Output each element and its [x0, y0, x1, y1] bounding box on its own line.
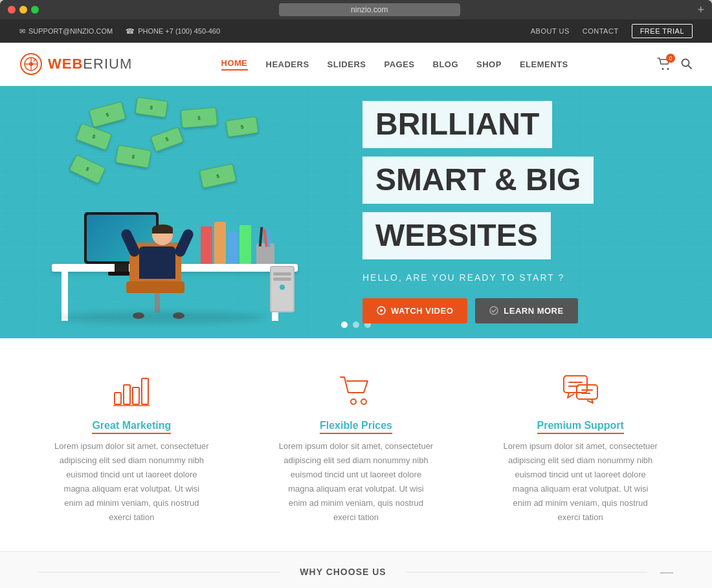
- browser-window-controls: [8, 6, 39, 14]
- feature-support-title: Premium Support: [537, 420, 624, 431]
- svg-point-17: [351, 399, 356, 404]
- money-bill-3: [181, 107, 217, 129]
- pencil-holder: [256, 243, 274, 264]
- tower-drive-2: [273, 278, 291, 281]
- free-trial-button[interactable]: FREE TRIAL: [632, 24, 693, 38]
- money-bill-4: [76, 123, 112, 150]
- browser-window: ninzio.com +: [0, 0, 712, 19]
- cart-icon-wrap[interactable]: 0: [657, 58, 671, 71]
- person-head: [152, 224, 173, 245]
- search-icon[interactable]: [681, 58, 693, 70]
- topbar: ✉ SUPPORT@NINZIO.COM ☎ PHONE +7 (100) 45…: [0, 19, 712, 43]
- computer-tower: [270, 266, 295, 312]
- logo-text: WEBERIUM: [48, 56, 132, 72]
- topbar-email: ✉ SUPPORT@NINZIO.COM: [19, 27, 113, 36]
- nav-blog[interactable]: BLOG: [433, 60, 459, 69]
- money-bill-5: [150, 127, 184, 152]
- svg-line-8: [688, 65, 691, 69]
- check-circle-icon: [489, 306, 498, 315]
- feature-prices-title: Flexible Prices: [320, 420, 392, 431]
- address-bar-input[interactable]: ninzio.com: [279, 3, 460, 16]
- svg-rect-14: [133, 387, 139, 404]
- chair-seat: [126, 281, 184, 293]
- hero-headline-line2: SMART & BIG: [362, 157, 594, 204]
- play-icon: [377, 306, 386, 315]
- money-bill-8: [69, 155, 106, 184]
- chart-icon: [113, 373, 150, 407]
- hero-text-block: BRILLIANT SMART & BIG WEBSITES HELLO, AR…: [337, 101, 673, 323]
- person: [139, 224, 175, 279]
- about-link[interactable]: ABOUT US: [531, 27, 570, 35]
- feature-marketing-text: Lorem ipsum dolor sit amet, consectetuer…: [54, 439, 209, 525]
- chair-pole: [155, 293, 160, 312]
- nav-menu: HOME HEADERS SLIDERS PAGES BLOG SHOP ELE…: [221, 58, 568, 71]
- hero-headline-wrapper3: WEBSITES: [362, 212, 673, 265]
- navbar: WEBERIUM HOME HEADERS SLIDERS PAGES BLOG…: [0, 43, 712, 86]
- desk-leg-left: [61, 272, 68, 321]
- nav-headers[interactable]: HEADERS: [266, 60, 309, 69]
- nav-elements[interactable]: ELEMENTS: [520, 60, 568, 69]
- svg-point-5: [662, 68, 664, 70]
- maximize-window-button[interactable]: [31, 6, 39, 14]
- new-tab-button[interactable]: +: [697, 3, 704, 17]
- book-2: [214, 222, 226, 264]
- money-bill-2: [135, 97, 168, 118]
- email-text: SUPPORT@NINZIO.COM: [28, 27, 113, 35]
- email-icon: ✉: [19, 27, 25, 36]
- feature-support-text: Lorem ipsum dolor sit amet, consectetuer…: [503, 439, 658, 525]
- browser-titlebar: ninzio.com +: [0, 0, 712, 19]
- feature-prices: Flexible Prices Lorem ipsum dolor sit am…: [265, 371, 447, 525]
- logo-text-light: ERIUM: [83, 56, 132, 72]
- book-1: [201, 226, 212, 264]
- hero-headline-wrapper2: SMART & BIG: [362, 157, 673, 209]
- shopping-cart-icon: [338, 373, 374, 407]
- topbar-right: ABOUT US CONTACT FREE TRIAL: [531, 24, 693, 38]
- svg-point-4: [29, 62, 33, 66]
- books: [201, 222, 274, 264]
- address-bar-area: ninzio.com: [47, 3, 692, 16]
- book-3: [228, 232, 238, 264]
- phone-icon: ☎: [126, 27, 135, 36]
- tower-drive-1: [273, 272, 291, 276]
- feature-prices-text: Lorem ipsum dolor sit amet, consectetuer…: [278, 439, 434, 525]
- feature-marketing-title: Great Marketing: [92, 420, 171, 431]
- minimize-window-button[interactable]: [19, 6, 27, 14]
- contact-link[interactable]: CONTACT: [583, 27, 619, 35]
- money-bill-6: [115, 145, 151, 169]
- money-bill-1: [89, 102, 126, 128]
- hero-subheading: HELLO, ARE YOU READY TO START ?: [362, 272, 673, 283]
- book-4: [239, 225, 251, 264]
- phone-text: PHONE +7 (100) 450-460: [138, 27, 220, 35]
- tower-power-light: [280, 285, 285, 290]
- learn-more-label: LEARN MORE: [504, 306, 563, 316]
- hero-headline-line3: WEBSITES: [362, 212, 551, 259]
- website-container: ✉ SUPPORT@NINZIO.COM ☎ PHONE +7 (100) 45…: [0, 19, 712, 588]
- shadow: [58, 312, 265, 323]
- learn-more-button[interactable]: LEARN MORE: [475, 298, 577, 323]
- why-dash-icon: —: [660, 565, 673, 580]
- nav-shop[interactable]: SHOP: [476, 60, 502, 69]
- svg-point-18: [361, 399, 366, 404]
- why-divider-left: [39, 572, 280, 572]
- hero-section: BRILLIANT SMART & BIG WEBSITES HELLO, AR…: [0, 86, 712, 338]
- nav-pages[interactable]: PAGES: [384, 60, 414, 69]
- feature-marketing: Great Marketing Lorem ipsum dolor sit am…: [41, 371, 222, 525]
- why-choose-us-section: WHY CHOOSE US —: [0, 551, 712, 588]
- topbar-phone: ☎ PHONE +7 (100) 450-460: [126, 27, 220, 36]
- chat-icon: [562, 373, 599, 407]
- monitor-stand: [115, 264, 129, 272]
- features-section: Great Marketing Lorem ipsum dolor sit am…: [0, 338, 712, 551]
- cart-badge: 0: [666, 54, 675, 63]
- nav-home[interactable]: HOME: [221, 58, 248, 71]
- nav-right: 0: [657, 58, 693, 71]
- hero-content: BRILLIANT SMART & BIG WEBSITES HELLO, AR…: [0, 96, 712, 329]
- logo[interactable]: WEBERIUM: [19, 52, 132, 76]
- why-divider-right: [406, 572, 647, 572]
- close-window-button[interactable]: [8, 6, 16, 14]
- feature-prices-icon: [278, 371, 434, 409]
- why-title: WHY CHOOSE US: [300, 567, 386, 577]
- watch-video-button[interactable]: WATCH VIDEO: [362, 298, 467, 323]
- person-torso: [139, 246, 175, 279]
- nav-sliders[interactable]: SLIDERS: [328, 60, 366, 69]
- watch-video-label: WATCH VIDEO: [391, 306, 453, 316]
